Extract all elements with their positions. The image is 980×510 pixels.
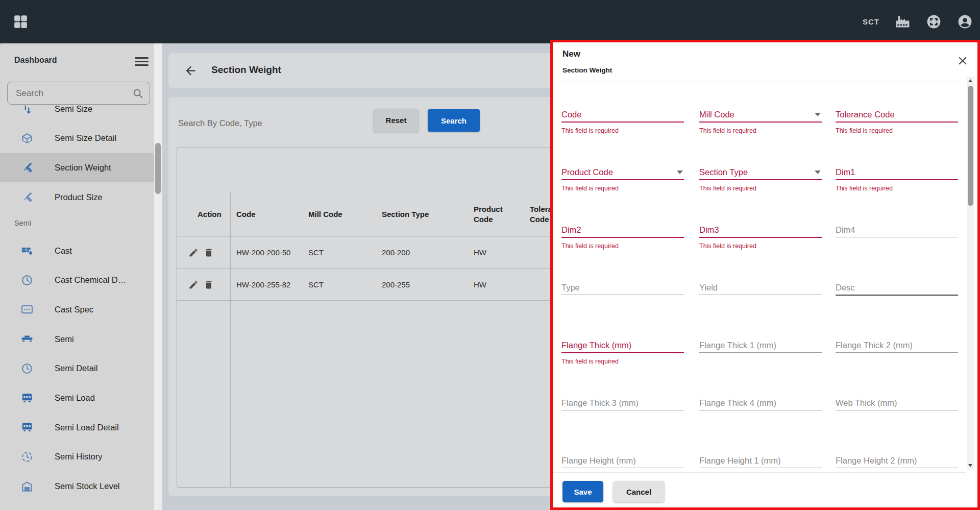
close-icon[interactable]	[956, 54, 969, 67]
form-field-dim4[interactable]: Dim4	[836, 224, 958, 237]
sidebar-item-semi-detail[interactable]: Semi Detail	[0, 354, 154, 383]
form-field-code[interactable]: CodeThis field is required	[561, 108, 684, 134]
form-field-product-code[interactable]: Product CodeThis field is required	[561, 166, 684, 192]
menu-toggle-icon[interactable]	[135, 57, 149, 66]
drawer-scrollbar-thumb[interactable]	[968, 86, 973, 206]
bricks-drop-icon	[20, 244, 34, 257]
sidebar-title: Dashboard	[14, 56, 57, 65]
form-field-desc[interactable]: Desc	[836, 281, 958, 296]
sidebar-item-semi-stock-level[interactable]: Semi Stock Level	[0, 472, 154, 501]
field-underline	[699, 237, 822, 238]
form-field-flange-height-1-mm[interactable]: Flange Height 1 (mm)	[699, 454, 822, 468]
new-record-drawer: New Section Weight CodeThis field is req…	[550, 40, 980, 510]
sidebar-item-cast-chemical-d[interactable]: Cast Chemical D…	[0, 265, 154, 295]
field-underline	[699, 122, 822, 123]
field-error-message: This field is required	[561, 242, 684, 250]
column-header-mill-code: Mill Code	[308, 192, 375, 236]
field-label: Tolerance Code	[836, 108, 958, 120]
chevron-down-icon[interactable]	[677, 171, 683, 174]
field-label: Dim4	[836, 224, 958, 236]
field-label: Dim2	[561, 224, 684, 236]
form-field-flange-height-mm[interactable]: Flange Height (mm)	[561, 454, 684, 468]
drawer-footer-divider	[553, 472, 966, 473]
sidebar-item-semi[interactable]: Semi	[0, 325, 154, 354]
clock-icon	[20, 274, 34, 287]
scroll-down-icon[interactable]	[968, 464, 972, 467]
sidebar-item-semi-load-detail[interactable]: Semi Load Detail	[0, 413, 154, 442]
bus-icon	[20, 421, 34, 434]
form-field-tolerance-code[interactable]: Tolerance CodeThis field is required	[836, 108, 958, 134]
form-field-dim2[interactable]: Dim2This field is required	[561, 224, 684, 250]
clock-icon	[20, 362, 34, 375]
chevron-down-icon[interactable]	[815, 113, 821, 116]
page-title: Section Weight	[211, 64, 281, 76]
search-button[interactable]: Search	[428, 109, 480, 132]
account-circle-icon[interactable]	[957, 14, 973, 30]
sidebar-item-semi-history[interactable]: Semi History	[0, 442, 154, 471]
edit-row-icon[interactable]	[188, 248, 199, 258]
delete-row-icon[interactable]	[204, 248, 214, 258]
column-header-product-code: Product Code	[474, 192, 517, 236]
sidebar-item-semi-size-detail[interactable]: Semi Size Detail	[0, 124, 154, 153]
reset-button[interactable]: Reset	[374, 109, 419, 132]
form-field-web-thick-mm[interactable]: Web Thick (mm)	[836, 397, 958, 410]
sidebar-item-label: Cast Spec	[55, 305, 93, 314]
form-field-mill-code[interactable]: Mill CodeThis field is required	[699, 108, 822, 134]
form-field-type[interactable]: Type	[561, 281, 684, 295]
table-filter-input[interactable]	[177, 116, 357, 133]
factory-icon[interactable]	[895, 14, 911, 30]
form-field-yield[interactable]: Yield	[699, 281, 822, 295]
field-error-message: This field is required	[699, 185, 822, 192]
sidebar-scrollbar[interactable]	[154, 43, 162, 510]
form-field-flange-height-2-mm[interactable]: Flange Height 2 (mm)	[836, 454, 958, 468]
sidebar-item-section-weight[interactable]: Section Weight	[0, 153, 154, 182]
edit-row-icon[interactable]	[188, 280, 199, 290]
field-label: Flange Height 2 (mm)	[836, 454, 958, 467]
field-underline	[561, 179, 684, 180]
sidebar-search-input[interactable]	[16, 88, 132, 99]
sidebar-header: Dashboard	[0, 43, 154, 76]
sidebar-item-label: Semi Detail	[55, 363, 97, 373]
sidebar-item-cast[interactable]: Cast	[0, 236, 154, 265]
sidebar-item-label: Semi Load Detail	[55, 423, 119, 432]
sidebar-item-label: Section Weight	[55, 163, 111, 173]
form-field-flange-thick-2-mm[interactable]: Flange Thick 2 (mm)	[836, 339, 958, 353]
field-error-message: This field is required	[561, 185, 684, 192]
focus-circle-icon[interactable]	[926, 14, 942, 30]
sidebar-item-product-size[interactable]: Product Size	[0, 183, 154, 212]
chevron-down-icon[interactable]	[815, 171, 821, 174]
form-field-flange-thick-mm[interactable]: Flange Thick (mm)This field is required	[561, 339, 684, 365]
column-header-action: Action	[198, 192, 230, 236]
form-field-dim3[interactable]: Dim3This field is required	[699, 224, 822, 250]
cell-mill: SCT	[308, 269, 375, 301]
sidebar-item-label: Cast	[55, 246, 72, 256]
form-field-flange-thick-4-mm[interactable]: Flange Thick 4 (mm)	[699, 397, 822, 410]
field-underline	[699, 295, 822, 295]
drawer-scrollbar[interactable]	[967, 77, 974, 470]
sidebar-item-label: Semi History	[55, 452, 103, 462]
field-underline	[699, 410, 822, 410]
field-underline	[699, 352, 822, 353]
form-field-flange-thick-1-mm[interactable]: Flange Thick 1 (mm)	[699, 339, 822, 353]
form-field-dim1[interactable]: Dim1This field is required	[836, 166, 958, 192]
field-label: Flange Thick 4 (mm)	[699, 397, 822, 409]
cancel-button[interactable]: Cancel	[613, 481, 665, 502]
delete-row-icon[interactable]	[204, 280, 214, 290]
cell-code: HW-200-200-50	[236, 236, 303, 269]
form-field-section-type[interactable]: Section TypeThis field is required	[699, 166, 822, 192]
topbar-actions: SCT	[863, 0, 973, 43]
sidebar-item-cast-spec[interactable]: Cast Spec	[0, 295, 154, 324]
form-field-flange-thick-3-mm[interactable]: Flange Thick 3 (mm)	[561, 397, 684, 410]
field-underline	[836, 468, 958, 468]
back-arrow-icon[interactable]	[184, 64, 198, 78]
application-window: SCT Semi SizeSemi Size DetailSection Wei…	[0, 0, 980, 510]
scroll-up-icon[interactable]	[968, 79, 972, 82]
field-label: Dim3	[699, 224, 822, 236]
sidebar-nav: Semi SizeSemi Size DetailSection WeightP…	[0, 43, 154, 510]
sidebar-item-label: Cast Chemical D…	[55, 275, 126, 285]
save-button[interactable]: Save	[562, 481, 603, 502]
sidebar-scrollbar-thumb[interactable]	[155, 143, 161, 194]
apps-grid-icon[interactable]	[12, 13, 29, 30]
bench-icon	[20, 332, 34, 346]
sidebar-item-semi-load[interactable]: Semi Load	[0, 383, 154, 412]
